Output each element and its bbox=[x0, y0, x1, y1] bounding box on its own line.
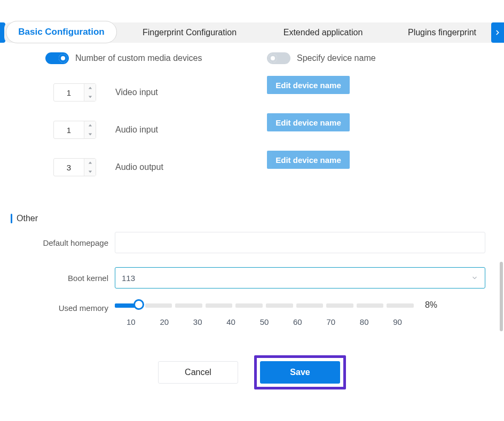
chevron-right-icon bbox=[494, 29, 501, 36]
tick-20: 20 bbox=[160, 317, 169, 326]
section-other-heading: Other bbox=[11, 214, 493, 223]
audio-output-up[interactable] bbox=[84, 159, 96, 167]
cancel-button[interactable]: Cancel bbox=[158, 361, 238, 384]
tabbar: Basic Configuration Fingerprint Configur… bbox=[0, 22, 504, 43]
boot-kernel-value: 113 bbox=[122, 274, 135, 283]
video-input-value[interactable] bbox=[54, 88, 84, 98]
video-input-label: Video input bbox=[115, 88, 158, 97]
tick-80: 80 bbox=[360, 317, 369, 326]
slider-ticks: 10 20 30 40 50 60 70 80 90 bbox=[115, 317, 414, 326]
used-memory-value: 8% bbox=[425, 300, 437, 310]
chevron-down-icon bbox=[471, 274, 478, 282]
save-button[interactable]: Save bbox=[260, 361, 340, 384]
toggle-specify-device-name-label: Specify device name bbox=[297, 53, 376, 63]
used-memory-label: Used memory bbox=[11, 302, 115, 313]
tick-60: 60 bbox=[293, 317, 302, 326]
tick-40: 40 bbox=[226, 317, 235, 326]
toggle-custom-media-devices-label: Number of custom media devices bbox=[75, 53, 202, 63]
audio-output-label: Audio output bbox=[115, 162, 163, 172]
boot-kernel-label: Boot kernel bbox=[11, 274, 115, 283]
audio-output-stepper[interactable] bbox=[53, 158, 96, 176]
toggle-custom-media-devices[interactable] bbox=[45, 52, 69, 64]
boot-kernel-select[interactable]: 113 bbox=[115, 267, 485, 289]
footer-actions: Cancel Save bbox=[11, 355, 493, 389]
tick-90: 90 bbox=[393, 317, 402, 326]
tick-70: 70 bbox=[326, 317, 335, 326]
save-button-highlight: Save bbox=[254, 355, 346, 389]
tab-plugins-fingerprint[interactable]: Plugins fingerprint bbox=[399, 22, 485, 43]
edit-video-input-name-button[interactable]: Edit device name bbox=[267, 76, 350, 94]
edit-audio-output-name-button[interactable]: Edit device name bbox=[267, 151, 350, 169]
tab-scroll-right[interactable] bbox=[491, 22, 504, 43]
audio-input-stepper[interactable] bbox=[53, 121, 96, 139]
audio-output-down[interactable] bbox=[84, 167, 96, 176]
audio-input-value[interactable] bbox=[54, 125, 84, 135]
toggle-specify-device-name[interactable] bbox=[267, 52, 290, 64]
section-other-title: Other bbox=[17, 214, 38, 223]
section-marker-icon bbox=[11, 214, 12, 223]
scrollbar-thumb[interactable] bbox=[500, 262, 503, 331]
tick-10: 10 bbox=[127, 317, 136, 326]
default-homepage-input[interactable] bbox=[115, 232, 485, 253]
tab-strip: Basic Configuration Fingerprint Configur… bbox=[4, 22, 501, 43]
audio-output-value[interactable] bbox=[54, 162, 84, 173]
tab-basic-configuration[interactable]: Basic Configuration bbox=[6, 21, 117, 43]
tick-30: 30 bbox=[193, 317, 202, 326]
audio-input-up[interactable] bbox=[84, 121, 96, 130]
tab-fingerprint-configuration[interactable]: Fingerprint Configuration bbox=[136, 22, 243, 43]
video-input-up[interactable] bbox=[84, 84, 96, 92]
tick-50: 50 bbox=[260, 317, 269, 326]
video-input-down[interactable] bbox=[84, 92, 96, 101]
used-memory-slider[interactable]: 8% 10 20 30 40 50 60 70 80 90 bbox=[115, 302, 414, 326]
tab-extended-application[interactable]: Extended application bbox=[270, 22, 376, 43]
default-homepage-label: Default homepage bbox=[11, 238, 115, 247]
slider-thumb[interactable] bbox=[133, 299, 144, 310]
edit-audio-input-name-button[interactable]: Edit device name bbox=[267, 113, 350, 131]
audio-input-down[interactable] bbox=[84, 130, 96, 138]
audio-input-label: Audio input bbox=[115, 125, 158, 135]
media-devices-section: Number of custom media devices Video inp… bbox=[11, 52, 493, 176]
video-input-stepper[interactable] bbox=[53, 83, 96, 102]
